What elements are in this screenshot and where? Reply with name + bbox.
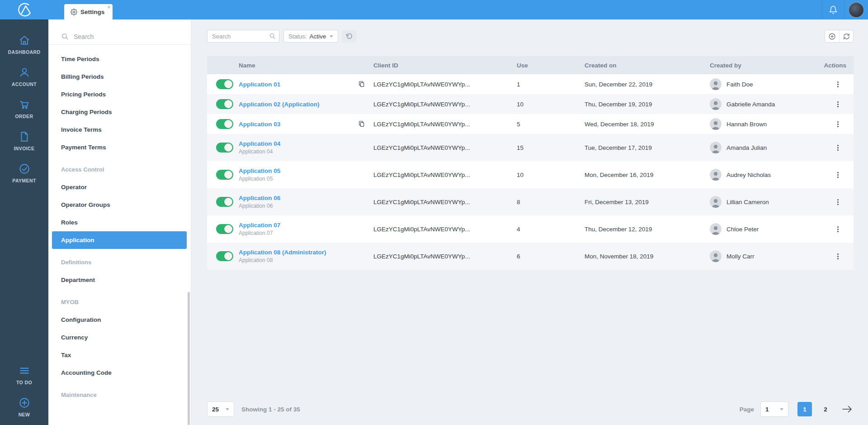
brand-logo[interactable] [0, 0, 48, 19]
row-actions-menu[interactable] [834, 80, 842, 89]
status-toggle[interactable] [216, 224, 233, 234]
application-name-link[interactable]: Application 02 (Application) [239, 101, 354, 108]
status-toggle[interactable] [216, 143, 233, 153]
sidebar-item-charging-periods[interactable]: Charging Periods [48, 103, 191, 121]
client-id-value: LGEzYC1gMi0pLTAvNWE0YWYp... [373, 172, 517, 178]
sidebar-item-configuration[interactable]: Configuration [48, 311, 191, 329]
page-1-button[interactable]: 1 [797, 402, 812, 416]
nav-item-order[interactable]: ORDER [0, 93, 48, 125]
status-toggle[interactable] [216, 79, 233, 89]
nav-item-dashboard[interactable]: DASHBOARD [0, 29, 48, 61]
application-subtitle: Application 05 [239, 176, 354, 182]
application-subtitle: Application 04 [239, 148, 354, 155]
sidebar-item-payment-terms[interactable]: Payment Terms [48, 138, 191, 156]
creator-name: Gabrielle Amanda [726, 101, 775, 108]
status-toggle[interactable] [216, 119, 233, 129]
creator-avatar [710, 196, 722, 208]
main-nav-rail: DASHBOARD ACCOUNT ORDER INVOICE PAYMENT … [0, 19, 48, 425]
page-number-dropdown[interactable]: 1 [760, 401, 788, 417]
document-icon [19, 131, 30, 143]
sidebar-item-roles[interactable]: Roles [48, 214, 191, 231]
row-actions-menu[interactable] [834, 170, 842, 180]
page-2-button[interactable]: 2 [818, 402, 833, 416]
row-actions-menu[interactable] [834, 100, 842, 109]
status-filter-value: Active [309, 33, 326, 40]
application-name-link[interactable]: Application 08 (Administrator) [239, 249, 354, 256]
sidebar-item-invoice-terms[interactable]: Invoice Terms [48, 121, 191, 138]
user-menu[interactable] [844, 0, 868, 19]
nav-item-account[interactable]: ACCOUNT [0, 61, 48, 93]
row-actions-menu[interactable] [834, 252, 842, 261]
use-count: 4 [517, 226, 585, 233]
copy-icon[interactable] [358, 81, 365, 88]
row-actions-menu[interactable] [834, 119, 842, 129]
nav-item-new[interactable]: NEW [0, 391, 48, 423]
status-toggle[interactable] [216, 197, 233, 207]
creator-avatar [710, 78, 722, 90]
created-on-date: Mon, November 18, 2019 [585, 253, 710, 260]
tab-settings[interactable]: Settings × [64, 4, 113, 19]
status-toggle[interactable] [216, 251, 233, 261]
sidebar-item-currency[interactable]: Currency [48, 329, 191, 346]
status-filter-dropdown[interactable]: Status: Active [283, 30, 338, 43]
table-row: Application 03 LGEzYC1gMi0pLTAvNWE0YWYp.… [207, 114, 854, 134]
next-page-button[interactable] [841, 404, 854, 414]
sidebar-item-accounting-code[interactable]: Accounting Code [48, 364, 191, 382]
application-name-link[interactable]: Application 04 [239, 140, 354, 147]
sidebar-scrollbar[interactable] [188, 292, 190, 425]
search-input[interactable] [207, 30, 279, 43]
sidebar-item-application[interactable]: Application [52, 231, 187, 249]
application-name-link[interactable]: Application 01 [239, 81, 354, 88]
nav-item-todo[interactable]: TO DO [0, 359, 48, 391]
application-subtitle: Application 06 [239, 203, 354, 209]
table-row: Application 02 (Application) LGEzYC1gMi0… [207, 94, 854, 114]
copy-icon[interactable] [358, 120, 365, 128]
status-toggle[interactable] [216, 99, 233, 109]
column-header-client-id: Client ID [373, 62, 517, 69]
sidebar-item-time-periods[interactable]: Time Periods [48, 50, 191, 68]
nav-item-label: ORDER [15, 114, 33, 119]
application-name-link[interactable]: Application 07 [239, 222, 354, 229]
settings-sidebar: Time PeriodsBilling PeriodsPricing Perio… [48, 19, 191, 425]
table-row: Application 04 Application 04 LGEzYC1gMi… [207, 134, 854, 161]
nav-item-label: DASHBOARD [8, 49, 41, 55]
add-application-button[interactable] [825, 30, 839, 42]
top-header: Settings × [0, 0, 868, 19]
sidebar-item-operator-groups[interactable]: Operator Groups [48, 196, 191, 214]
sidebar-item-department[interactable]: Department [48, 271, 191, 289]
page-size-dropdown[interactable]: 25 [207, 401, 234, 417]
gear-icon [71, 9, 77, 15]
row-actions-menu[interactable] [834, 143, 842, 153]
sidebar-item-pricing-periods[interactable]: Pricing Periods [48, 86, 191, 103]
notifications-button[interactable] [822, 0, 844, 19]
creator-avatar [710, 142, 722, 153]
sidebar-section-myob: MYOB [48, 289, 191, 311]
home-icon [19, 34, 30, 46]
nav-item-invoice[interactable]: INVOICE [0, 125, 48, 157]
applications-table: Name Client ID Use Created on Created by… [207, 56, 854, 270]
application-name-link[interactable]: Application 05 [239, 167, 354, 174]
row-actions-menu[interactable] [834, 224, 842, 234]
creator-avatar [710, 98, 722, 110]
status-toggle[interactable] [216, 170, 233, 180]
client-id-value: LGEzYC1gMi0pLTAvNWE0YWYp... [373, 144, 517, 151]
nav-item-payment[interactable]: PAYMENT [0, 157, 48, 189]
application-name-link[interactable]: Application 06 [239, 195, 354, 201]
creator-name: Chloe Peter [726, 226, 759, 233]
use-count: 10 [517, 101, 585, 108]
creator-name: Amanda Julian [726, 144, 767, 151]
reset-icon [346, 33, 353, 40]
tab-close-icon[interactable]: × [107, 5, 110, 10]
row-actions-menu[interactable] [834, 197, 842, 207]
application-name-link[interactable]: Application 03 [239, 121, 354, 128]
sidebar-item-operator[interactable]: Operator [48, 178, 191, 196]
reset-filters-button[interactable] [342, 30, 356, 43]
refresh-button[interactable] [839, 30, 853, 42]
sidebar-item-tax[interactable]: Tax [48, 346, 191, 364]
creator-avatar [710, 250, 722, 262]
sidebar-item-billing-periods[interactable]: Billing Periods [48, 68, 191, 86]
sidebar-search-input[interactable] [74, 33, 173, 40]
table-row: Application 01 LGEzYC1gMi0pLTAvNWE0YWYp.… [207, 74, 854, 94]
column-header-actions: Actions [822, 62, 854, 69]
showing-summary: Showing 1 - 25 of 35 [241, 406, 300, 413]
